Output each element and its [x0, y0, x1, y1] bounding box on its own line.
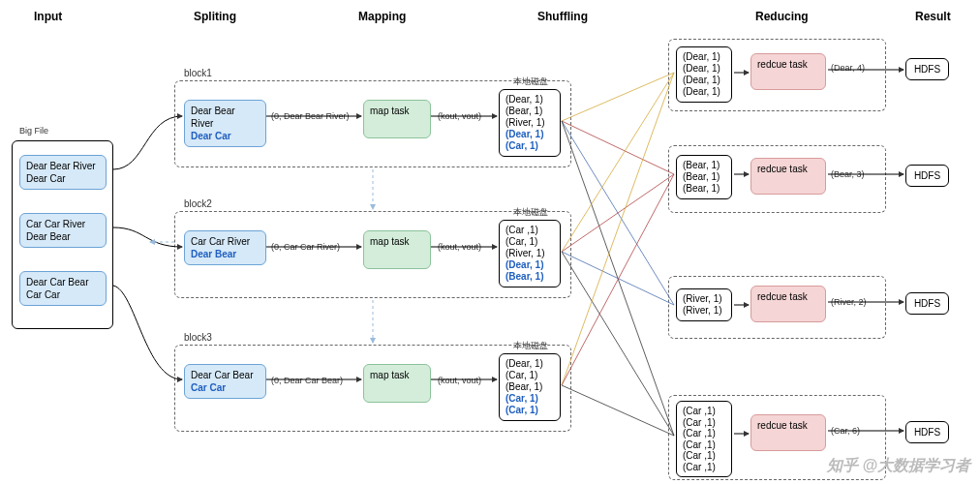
svg-line-17: [562, 73, 674, 385]
reducer3-result: HDFS: [905, 292, 949, 315]
block2-disklabel: 本地磁盘: [513, 206, 548, 219]
svg-line-18: [562, 174, 674, 385]
svg-line-14: [562, 174, 674, 252]
block2-mapout: (kout, vout): [438, 242, 481, 252]
bigfile-line-0: Dear Bear River Dear Car: [19, 155, 107, 190]
block1-mapout: (kout, vout): [438, 111, 481, 121]
bigfile-line-1: Car Car River Dear Bear: [19, 213, 107, 248]
reducer3-out: (River, 2): [831, 297, 867, 307]
reducer2-task: redcue task: [750, 158, 826, 195]
header-shuffling: Shuffling: [537, 10, 588, 23]
reducer1-task: redcue task: [750, 53, 826, 90]
reducer3-task: redcue task: [750, 286, 826, 322]
block1-maptask: map task: [363, 100, 431, 138]
svg-line-11: [562, 121, 674, 305]
header-input: Input: [34, 10, 62, 23]
bigfile-line-2: Dear Car Bear Car Car: [19, 271, 107, 306]
svg-line-16: [562, 252, 674, 436]
watermark: 知乎 @大数据学习者: [827, 456, 970, 476]
bigfile-label: Big File: [19, 126, 48, 136]
block1-disklabel: 本地磁盘: [513, 76, 548, 88]
reducer4-shuffle: (Car ,1) (Car ,1) (Car ,1) (Car ,1) (Car…: [676, 401, 732, 477]
reducer3-shuffle: (River, 1) (River, 1): [676, 288, 732, 321]
reducer1-out: (Dear, 4): [831, 63, 865, 73]
reducer1-result: HDFS: [905, 58, 949, 80]
block3-mapout: (kout, vout): [438, 376, 481, 385]
header-mapping: Mapping: [358, 10, 406, 23]
block1-split: Dear Bear River Dear Car: [184, 100, 266, 147]
block3-disklabel: 本地磁盘: [513, 340, 548, 352]
block3-maptask: map task: [363, 364, 431, 403]
reducer4-task: redcue task: [750, 414, 826, 451]
block1-mapin: (0, Dear Bear River): [271, 111, 350, 121]
svg-line-9: [562, 73, 674, 121]
reducer2-shuffle: (Bear, 1) (Bear, 1) (Bear, 1): [676, 155, 732, 199]
block2-label: block2: [184, 198, 212, 209]
header-splitting: Spliting: [194, 10, 236, 23]
block2-split: Car Car River Dear Bear: [184, 230, 266, 265]
reducer1-shuffle: (Dear, 1) (Dear, 1) (Dear, 1) (Dear, 1): [676, 46, 732, 103]
block2-maptask: map task: [363, 230, 431, 269]
svg-line-10: [562, 121, 674, 174]
block3-split: Dear Car Bear Car Car: [184, 364, 266, 399]
svg-line-19: [562, 385, 674, 436]
reducer2-out: (Bear, 3): [831, 169, 865, 179]
block3-mapin: (0, Dear Car Bear): [271, 376, 343, 385]
svg-line-13: [562, 73, 674, 252]
block1-label: block1: [184, 68, 212, 78]
block2-mapin: (0, Car Car River): [271, 242, 340, 252]
svg-line-15: [562, 252, 674, 305]
header-reducing: Reducing: [755, 10, 809, 23]
block2-disk: (Car ,1) (Car, 1) (River, 1) (Dear, 1) (…: [499, 220, 561, 287]
block1-disk: (Dear, 1) (Bear, 1) (River, 1) (Dear, 1)…: [499, 89, 561, 157]
reducer4-result: HDFS: [905, 421, 949, 443]
block3-disk: (Dear, 1) (Car, 1) (Bear, 1) (Car, 1) (C…: [499, 353, 561, 421]
reducer2-result: HDFS: [905, 165, 949, 187]
reducer4-out: (Car, 6): [831, 426, 860, 436]
header-result: Result: [915, 10, 951, 23]
svg-line-12: [562, 121, 674, 436]
block3-label: block3: [184, 332, 212, 343]
